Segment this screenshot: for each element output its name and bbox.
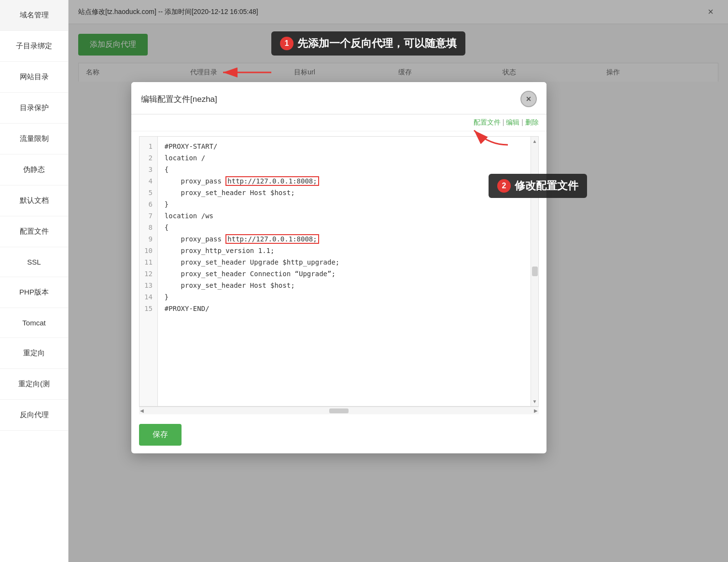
modal-header: 编辑配置文件[nezha] ×: [131, 82, 546, 114]
sidebar-item-config-file[interactable]: 配置文件: [0, 216, 68, 247]
delete-link[interactable]: 删除: [525, 118, 539, 127]
code-line-3: {: [165, 164, 524, 175]
scroll-left-arrow[interactable]: ◀: [140, 408, 144, 413]
code-line-11: proxy_set_header Upgrade $http_upgrade;: [165, 256, 524, 268]
annotation-2-text: 修改配置文件: [515, 179, 578, 193]
code-line-5: proxy_set_header Host $host;: [165, 187, 524, 198]
sidebar-item-domain[interactable]: 域名管理: [0, 0, 68, 31]
annotation-1-text: 先添加一个反向代理，可以随意填: [297, 36, 457, 51]
code-line-2: location /: [165, 152, 524, 164]
sidebar-item-redirect-test[interactable]: 重定向(测: [0, 369, 68, 400]
code-content[interactable]: #PROXY-START/ location / { proxy_pass ht…: [158, 137, 531, 406]
sidebar-item-default-doc[interactable]: 默认文档: [0, 185, 68, 216]
scroll-bar-bottom[interactable]: ◀ ▶: [139, 407, 539, 414]
scroll-up-arrow[interactable]: ▲: [532, 138, 538, 145]
scroll-right-arrow[interactable]: ▶: [534, 408, 538, 413]
code-line-10: proxy_http_version 1.1;: [165, 245, 524, 256]
sidebar-item-traffic[interactable]: 流量限制: [0, 124, 68, 155]
sidebar-item-pseudo-static[interactable]: 伪静态: [0, 155, 68, 185]
code-line-15: #PROXY-END/: [165, 303, 524, 314]
main-content: 站点修改[tz.haoduck.com] -- 添加时间[2020-12-12 …: [69, 0, 728, 562]
sidebar-item-redirect[interactable]: 重定向: [0, 338, 68, 369]
line-numbers: 12345 678910 1112131415: [140, 137, 158, 406]
separator-2: |: [521, 118, 523, 127]
code-line-7: location /ws: [165, 210, 524, 222]
sidebar-item-dir-protect[interactable]: 目录保护: [0, 93, 68, 124]
sidebar-item-subdir[interactable]: 子目录绑定: [0, 31, 68, 62]
red-arrow-1: [218, 63, 276, 84]
annotation-2-tooltip: 2 修改配置文件: [489, 174, 587, 198]
annotation-2-number: 2: [497, 179, 511, 193]
sidebar-item-ssl[interactable]: SSL: [0, 247, 68, 277]
code-line-8: {: [165, 222, 524, 233]
sidebar-item-website-dir[interactable]: 网站目录: [0, 62, 68, 93]
sidebar: 域名管理 子目录绑定 网站目录 目录保护 流量限制 伪静态 默认文档 配置文件 …: [0, 0, 69, 562]
code-line-9: proxy_pass http://127.0.0.1:8008;: [165, 233, 524, 245]
annotation-1-tooltip: 1 先添加一个反向代理，可以随意填: [271, 31, 465, 56]
sidebar-item-php-version[interactable]: PHP版本: [0, 277, 68, 308]
code-line-14: }: [165, 291, 524, 303]
sidebar-item-reverse-proxy[interactable]: 反向代理: [0, 400, 68, 431]
scroll-thumb-bottom[interactable]: [329, 408, 349, 413]
save-button[interactable]: 保存: [139, 424, 182, 446]
annotation-1-number: 1: [280, 37, 294, 50]
proxy-url-2: http://127.0.0.1:8008;: [225, 234, 319, 244]
code-line-6: }: [165, 198, 524, 210]
code-line-4: proxy_pass http://127.0.0.1:8008;: [165, 175, 524, 187]
code-editor[interactable]: 12345 678910 1112131415 #PROXY-START/ lo…: [139, 136, 539, 407]
code-line-12: proxy_set_header Connection “Upgrade”;: [165, 268, 524, 280]
sidebar-item-tomcat[interactable]: Tomcat: [0, 308, 68, 338]
modal-title: 编辑配置文件[nezha]: [141, 94, 217, 105]
code-line-13: proxy_set_header Host $host;: [165, 280, 524, 291]
proxy-url-1: http://127.0.0.1:8008;: [225, 176, 319, 186]
scroll-thumb-right[interactable]: [532, 267, 538, 276]
code-editor-container: 12345 678910 1112131415 #PROXY-START/ lo…: [131, 131, 546, 419]
red-arrow-2: [464, 126, 513, 152]
scroll-down-arrow[interactable]: ▼: [532, 398, 538, 405]
modal-close-button[interactable]: ×: [520, 91, 537, 107]
